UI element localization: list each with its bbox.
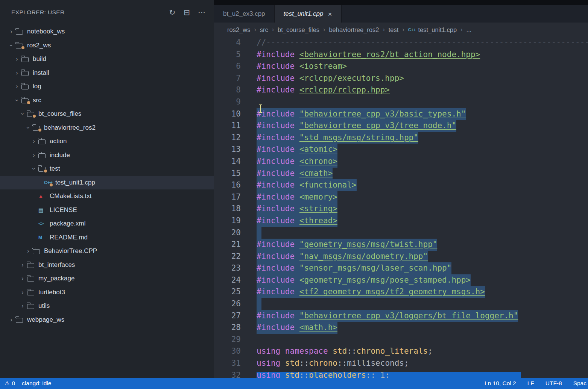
chevron-right-icon[interactable]: › [18,289,27,296]
code-line-27[interactable]: 27#include "behaviortree_cpp_v3/loggers/… [214,310,588,322]
breadcrumb-item--[interactable]: ... [466,26,472,33]
tree-item-behaviortree-cpp[interactable]: ›BehaviorTree.CPP [0,244,214,258]
tree-item-install[interactable]: ›install [0,66,214,80]
tree-item-notebook-ws[interactable]: ›notebook_ws [0,25,214,39]
tree-item-label: BehaviorTree.CPP [44,247,97,255]
line-number: 16 [214,179,241,191]
status-warnings[interactable]: ⚠0 [5,380,15,387]
code-line-21[interactable]: 21#include "geometry_msgs/msg/twist.hpp" [214,239,588,251]
code-line-26[interactable]: 26 [214,298,588,310]
code-line-8[interactable]: 8#include <rclcpp/rclcpp.hpp> [214,84,588,96]
breadcrumb-label: ros2_ws [227,26,250,33]
code-line-18[interactable]: 18#include <string> [214,203,588,215]
chevron-down-icon[interactable]: › [24,124,33,131]
code-line-25[interactable]: 25#include <tf2_geometry_msgs/tf2_geomet… [214,286,588,298]
chevron-right-icon[interactable]: › [29,138,38,145]
tree-item-src[interactable]: ›src [0,94,214,107]
tree-item-test[interactable]: ›test [0,162,214,176]
tab-bt-u2-ex3-cpp[interactable]: bt_u2_ex3.cpp [214,5,275,23]
code-text: using std::placeholders::_1; [257,369,390,378]
chevron-down-icon[interactable]: › [18,110,27,117]
chevron-right-icon[interactable]: › [12,56,21,62]
line-number: 13 [214,144,241,156]
code-line-16[interactable]: 16#include <functional> [214,179,588,191]
code-line-13[interactable]: 13#include <atomic> [214,144,588,156]
breadcrumb-item-src[interactable]: src [260,26,268,33]
code-line-12[interactable]: 12#include "std_msgs/msg/string.hpp" [214,132,588,144]
chevron-right-icon[interactable]: › [24,248,33,254]
more-actions-icon[interactable]: ··· [198,9,206,16]
code-line-15[interactable]: 15#include <cmath> [214,168,588,180]
code-line-20[interactable]: 20 [214,227,588,239]
tree-item-ros2-ws[interactable]: ›ros2_ws [0,39,214,53]
code-line-28[interactable]: 28#include <math.h> [214,322,588,334]
status-encoding[interactable]: UTF-8 [545,380,562,387]
chevron-right-icon[interactable]: › [12,83,21,90]
tree-item-bt-course-files[interactable]: ›bt_course_files [0,107,214,121]
refresh-icon[interactable]: ↻ [169,9,175,16]
code-text: #include <rclcpp/executors.hpp> [257,73,404,85]
chevron-right-icon: › [323,26,325,33]
code-line-11[interactable]: 11#include "behaviortree_cpp_v3/tree_nod… [214,120,588,132]
chevron-down-icon[interactable]: › [29,165,38,172]
breadcrumb-item-test-unit1-cpp[interactable]: C++test_unit1.cpp [408,26,457,33]
chevron-right-icon[interactable]: › [18,262,27,268]
folder-icon [21,56,31,62]
folder-icon [16,317,26,323]
status-indentation[interactable]: Spac [573,380,586,387]
tree-item-include[interactable]: ›include [0,148,214,162]
folder-icon [38,166,48,172]
code-line-10[interactable]: 10#include "behaviortree_cpp_v3/basic_ty… [214,108,588,120]
tree-item-utils[interactable]: ›utils [0,299,214,313]
code-line-32[interactable]: 32using std::placeholders::_1; [214,369,588,378]
tree-item-log[interactable]: ›log [0,80,214,94]
code-line-6[interactable]: 6#include <iostream> [214,61,588,73]
chevron-right-icon[interactable]: › [7,28,16,35]
tree-item-build[interactable]: ›build [0,52,214,66]
chevron-right-icon[interactable]: › [12,70,21,76]
code-line-5[interactable]: 5#include <behaviortree_ros2/bt_action_n… [214,49,588,61]
tree-item-test-unit1-cpp[interactable]: C++test_unit1.cpp [0,176,214,190]
tree-item-cmakelists-txt[interactable]: ▲CMakeLists.txt [0,189,214,203]
code-line-22[interactable]: 22#include "nav_msgs/msg/odometry.hpp" [214,251,588,263]
code-line-14[interactable]: 14#include <chrono> [214,156,588,168]
code-line-29[interactable]: 29 [214,334,588,346]
tree-item-webpage-ws[interactable]: ›webpage_ws [0,313,214,327]
status-eol[interactable]: LF [527,380,534,387]
breadcrumb-item-test[interactable]: test [389,26,399,33]
tree-item-readme-md[interactable]: MREADME.md [0,231,214,245]
status-cursor-position[interactable]: Ln 10, Col 2 [485,380,516,387]
breadcrumb-item-ros2-ws[interactable]: ros2_ws [227,26,250,33]
code-editor[interactable]: 4//-------------------------------------… [214,37,588,378]
tree-item-label: include [50,151,70,159]
tree-item-label: action [50,138,67,145]
tree-item-package-xml[interactable]: <>package.xml [0,217,214,231]
code-line-7[interactable]: 7#include <rclcpp/executors.hpp> [214,73,588,85]
breadcrumb-item-bt-course-files[interactable]: bt_course_files [278,26,319,33]
tree-item-behaviortree-ros2[interactable]: ›behaviortree_ros2 [0,121,214,135]
chevron-right-icon[interactable]: › [7,316,16,323]
chevron-down-icon[interactable]: › [12,97,21,104]
chevron-right-icon[interactable]: › [18,303,27,309]
chevron-right-icon[interactable]: › [18,275,27,282]
tab-test-unit1-cpp[interactable]: test_unit1.cpp× [275,5,342,23]
tree-item-my-package[interactable]: ›my_package [0,272,214,286]
code-line-9[interactable]: 9 [214,96,588,108]
chevron-right-icon[interactable]: › [29,152,38,159]
collapse-folders-icon[interactable]: ⊟ [184,9,190,16]
code-line-31[interactable]: 31using std::chrono::milliseconds; [214,357,588,369]
code-line-24[interactable]: 24#include <geometry_msgs/msg/pose_stamp… [214,274,588,286]
tree-item-bt-interfaces[interactable]: ›bt_interfaces [0,258,214,272]
close-icon[interactable]: × [328,11,332,18]
code-line-23[interactable]: 23#include "sensor_msgs/msg/laser_scan.h… [214,262,588,274]
status-clangd[interactable]: clangd: idle [22,380,51,387]
breadcrumb-item-behaviortree-ros2[interactable]: behaviortree_ros2 [329,26,379,33]
code-line-30[interactable]: 30using namespace std::chrono_literals; [214,345,588,357]
tree-item-turtlebot3[interactable]: ›turtlebot3 [0,286,214,300]
code-line-19[interactable]: 19#include <thread> [214,215,588,227]
code-line-17[interactable]: 17#include <memory> [214,191,588,203]
chevron-down-icon[interactable]: › [7,42,16,49]
tree-item-action[interactable]: ›action [0,135,214,148]
tree-item-license[interactable]: ▤LICENSE [0,203,214,217]
code-line-4[interactable]: 4//-------------------------------------… [214,37,588,49]
